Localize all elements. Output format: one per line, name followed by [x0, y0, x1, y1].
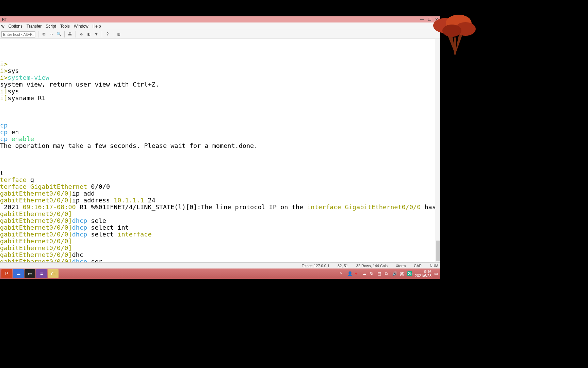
menu-item-transfer[interactable]: Transfer: [27, 24, 42, 29]
tray-sync-icon[interactable]: ↻: [370, 271, 375, 276]
terminal-line: gabitEthernet0/0/0]dhcp ser: [0, 258, 440, 262]
taskbar-app-editor[interactable]: ≡: [36, 269, 47, 278]
minimize-button[interactable]: —: [420, 17, 424, 22]
session-options-icon[interactable]: ◧: [86, 32, 92, 37]
svg-rect-0: [454, 37, 456, 55]
copy-icon[interactable]: ⧉: [41, 32, 47, 37]
tray-clock[interactable]: 9:16 2021/6/23: [415, 270, 431, 278]
svg-point-3: [455, 22, 476, 36]
taskbar-app-powerpoint[interactable]: P: [1, 269, 12, 278]
maximize-button[interactable]: ☐: [428, 17, 431, 22]
terminal-line: gabitEthernet0/0/0]: [0, 211, 440, 217]
terminal-text: gabitEthernet0/0/0]: [0, 251, 72, 258]
help-icon[interactable]: ?: [105, 32, 110, 37]
menu-item-script[interactable]: Script: [46, 24, 56, 29]
terminal-text: t: [0, 169, 4, 177]
app-window: RT — ☐ ✕ w Options Transfer Script Tools…: [0, 16, 440, 269]
tray-network-icon[interactable]: ⧉: [385, 271, 390, 276]
terminal-text: dhcp: [72, 258, 87, 262]
status-cursor-pos: 32, 51: [338, 264, 348, 268]
terminal-text: enable: [11, 135, 34, 142]
menu-item-0[interactable]: w: [1, 24, 4, 29]
terminal-line: cp enable: [0, 136, 440, 142]
toolbar-separator: [113, 31, 113, 37]
terminal-text: gabitEthernet0/0/0]: [0, 197, 72, 204]
tray-people-icon[interactable]: 👤: [347, 271, 352, 276]
terminal-text: i>: [0, 67, 7, 74]
terminal-text: terface: [0, 176, 27, 183]
terminal-line: i]sysname R1: [0, 95, 440, 102]
terminal-text: en: [7, 128, 19, 136]
tray-date: 2021/6/23: [415, 274, 431, 278]
tray-ime-badge[interactable]: 25: [407, 271, 412, 276]
terminal-line: gabitEthernet0/0/0]dhcp sele: [0, 217, 440, 224]
terminal-text: cp: [0, 122, 7, 129]
close-button[interactable]: ✕: [435, 17, 438, 22]
scrollbar-thumb[interactable]: [436, 241, 440, 261]
taskbar-app-terminal[interactable]: ▭: [24, 269, 35, 278]
find-icon[interactable]: 🔍: [56, 32, 62, 37]
tray-up-arrow-icon[interactable]: ^: [340, 271, 345, 276]
filter-icon[interactable]: ▼: [94, 32, 99, 37]
terminal-area[interactable]: i>i>sysi>system-viewsystem view, return …: [0, 39, 440, 262]
terminal-line: gabitEthernet0/0/0]dhcp select interface: [0, 231, 440, 238]
menu-item-window[interactable]: Window: [74, 24, 88, 29]
terminal-text: sele: [87, 217, 106, 224]
statusbar: Telnet: 127.0.0.1 32, 51 32 Rows, 144 Co…: [0, 262, 440, 269]
terminal-text: gabitEthernet0/0/0]: [0, 237, 72, 245]
terminal-text: gabitEthernet0/0/0]: [0, 210, 72, 217]
svg-point-4: [442, 25, 461, 37]
paste-icon[interactable]: ▭: [49, 32, 54, 37]
terminal-line: terface GigabitEthernet 0/0/0: [0, 183, 440, 190]
terminal-text: ser: [87, 258, 102, 262]
terminal-text: 0/0/0: [87, 183, 110, 190]
menu-item-tools[interactable]: Tools: [60, 24, 70, 29]
menu-item-help[interactable]: Help: [93, 24, 101, 29]
tray-volume-icon[interactable]: 🔊: [392, 271, 397, 276]
terminal-line: terface g: [0, 177, 440, 183]
tray-onedrive-icon[interactable]: ☁: [362, 271, 367, 276]
settings-icon[interactable]: ⚙: [79, 32, 84, 37]
terminal-text: 24: [144, 197, 155, 204]
tray-ime-lang[interactable]: 英: [400, 271, 405, 276]
toolbar-separator: [102, 31, 102, 37]
terminal-text: gabitEthernet0/0/0]: [0, 244, 72, 251]
tray-time: 9:16: [415, 270, 431, 274]
menu-item-options[interactable]: Options: [9, 24, 22, 29]
terminal-text: system view, return user view with Ctrl+…: [0, 81, 159, 88]
terminal-text: GigabitEthernet0/0/0: [345, 203, 421, 211]
status-connection: Telnet: 127.0.0.1: [302, 264, 329, 268]
terminal-line: gabitEthernet0/0/0]ip add: [0, 190, 440, 197]
tray-heart-icon[interactable]: ♥: [355, 271, 360, 276]
terminal-line: [0, 115, 440, 122]
terminal-text: GigabitEthernet: [30, 183, 87, 190]
terminal-line: i>sys: [0, 67, 440, 74]
tray-notifications-icon[interactable]: ▭: [434, 271, 439, 276]
terminal-text: 09:16:17-08:00: [23, 203, 76, 211]
taskbar-app-explorer[interactable]: 🗀: [48, 269, 59, 278]
status-dimensions: 32 Rows, 144 Cols: [356, 264, 388, 268]
svg-point-2: [446, 15, 472, 32]
terminal-text: gabitEthernet0/0/0]: [0, 258, 72, 262]
terminal-text: system-view: [7, 74, 49, 81]
terminal-line: i>: [0, 61, 440, 67]
toggle-icon[interactable]: ▥: [116, 32, 121, 37]
status-term-type: Xterm: [396, 264, 406, 268]
terminal-line: t: [0, 170, 440, 177]
terminal-text: [341, 203, 345, 211]
toolbar-separator: [38, 31, 38, 37]
scrollbar[interactable]: [436, 39, 440, 262]
terminal-line: gabitEthernet0/0/0]: [0, 238, 440, 245]
terminal-text: g: [27, 176, 34, 183]
terminal-text: interface: [307, 203, 341, 211]
tray-text-icon[interactable]: ▤: [377, 271, 382, 276]
print-icon[interactable]: 🖶: [67, 32, 73, 37]
host-input[interactable]: [1, 31, 35, 37]
terminal-text: [27, 183, 30, 190]
terminal-text: dhcp: [72, 217, 87, 224]
terminal-line: gabitEthernet0/0/0]dhc: [0, 251, 440, 258]
taskbar-app-meeting[interactable]: ☁: [13, 269, 24, 278]
terminal-line: gabitEthernet0/0/0]: [0, 245, 440, 251]
terminal-text: i>: [0, 74, 7, 81]
terminal-line: cp en: [0, 129, 440, 136]
